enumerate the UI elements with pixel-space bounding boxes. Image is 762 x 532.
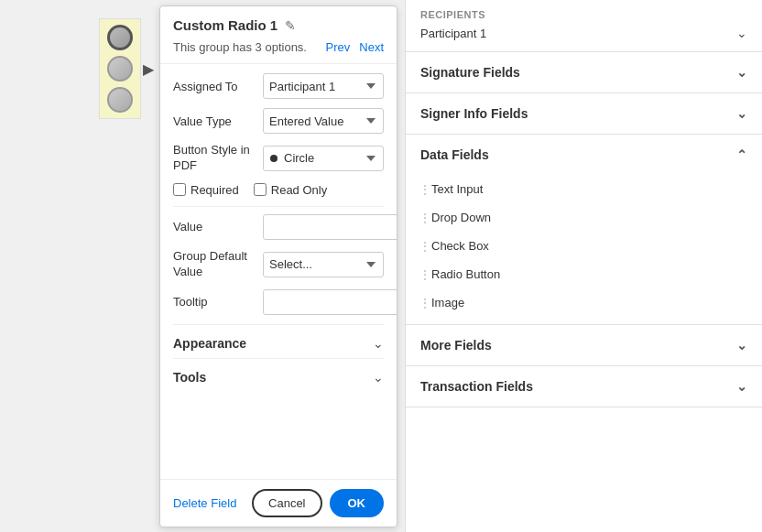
left-panel: ▶ <box>0 0 156 532</box>
group-default-select[interactable]: Select... Option 1 Option 2 <box>263 252 384 277</box>
group-default-label: Group Default Value <box>173 249 256 280</box>
radio-group <box>99 18 141 119</box>
tooltip-row: Tooltip <box>173 289 384 315</box>
value-row: Value 0 <box>173 214 384 240</box>
recipients-label: RECIPIENTS <box>406 0 762 26</box>
data-field-drop-down[interactable]: Drop Down <box>406 203 762 232</box>
value-label: Value <box>173 220 256 233</box>
recipients-section: RECIPIENTS Participant 1 ⌄ <box>406 0 762 52</box>
more-fields-section: More Fields ⌄ <box>406 325 762 366</box>
dialog-footer: Delete Field Cancel OK <box>160 479 397 527</box>
radio-option-2[interactable] <box>107 56 133 81</box>
tools-chevron-icon: ⌄ <box>373 370 384 385</box>
cancel-button[interactable]: Cancel <box>252 489 321 517</box>
value-input[interactable]: 0 <box>263 214 397 240</box>
readonly-label: Read Only <box>271 183 327 197</box>
button-style-row: Button Style in PDF Circle Check Cross <box>173 143 384 174</box>
more-fields-header[interactable]: More Fields ⌄ <box>406 325 762 365</box>
readonly-checkbox-label[interactable]: Read Only <box>254 183 327 197</box>
dialog-subtitle: This group has 3 options. <box>173 40 307 54</box>
next-link[interactable]: Next <box>359 40 384 54</box>
appearance-title: Appearance <box>173 336 246 351</box>
data-fields-list: Text Input Drop Down Check Box Radio But… <box>406 175 762 324</box>
appearance-chevron-icon: ⌄ <box>373 336 384 351</box>
right-sidebar: RECIPIENTS Participant 1 ⌄ Signature Fie… <box>405 0 762 532</box>
recipients-chevron-icon: ⌄ <box>736 26 747 40</box>
radio-option-1[interactable] <box>107 25 133 50</box>
prev-link[interactable]: Prev <box>326 40 351 54</box>
tools-title: Tools <box>173 370 206 385</box>
dialog-title: Custom Radio 1 <box>173 17 278 33</box>
data-fields-label: Data Fields <box>420 147 489 162</box>
signature-fields-chevron-icon: ⌄ <box>736 65 747 80</box>
button-style-label: Button Style in PDF <box>173 143 256 174</box>
tooltip-input[interactable] <box>263 289 397 315</box>
data-fields-chevron-icon: ⌃ <box>736 147 747 162</box>
circle-select-wrapper: Circle Check Cross <box>263 146 384 171</box>
divider-1 <box>173 206 384 207</box>
transaction-fields-section: Transaction Fields ⌄ <box>406 366 762 407</box>
dialog-title-row: Custom Radio 1 ✎ <box>173 17 384 33</box>
signer-info-section: Signer Info Fields ⌄ <box>406 93 762 135</box>
signature-fields-label: Signature Fields <box>420 65 520 80</box>
more-fields-label: More Fields <box>420 338 492 353</box>
tooltip-label: Tooltip <box>173 295 256 309</box>
required-checkbox-label[interactable]: Required <box>173 183 239 197</box>
edit-icon[interactable]: ✎ <box>285 18 296 33</box>
data-field-radio-button[interactable]: Radio Button <box>406 260 762 288</box>
circle-dot-icon <box>270 155 278 162</box>
delete-field-link[interactable]: Delete Field <box>173 496 236 510</box>
required-checkbox[interactable] <box>173 183 186 196</box>
drop-down-label: Drop Down <box>431 211 491 224</box>
dialog-nav: Prev Next <box>326 40 384 54</box>
assigned-to-row: Assigned To Participant 1 Participant 2 <box>173 73 384 99</box>
data-fields-section: Data Fields ⌃ Text Input Drop Down Check… <box>406 135 762 325</box>
button-style-select[interactable]: Circle Check Cross <box>263 146 384 171</box>
appearance-section: Appearance ⌄ <box>173 324 384 358</box>
image-label: Image <box>431 296 464 309</box>
transaction-fields-chevron-icon: ⌄ <box>736 379 747 394</box>
recipients-value: Participant 1 <box>420 27 486 40</box>
data-fields-header[interactable]: Data Fields ⌃ <box>406 135 762 175</box>
transaction-fields-header[interactable]: Transaction Fields ⌄ <box>406 366 762 407</box>
assigned-to-label: Assigned To <box>173 80 256 93</box>
signer-info-chevron-icon: ⌄ <box>736 106 747 121</box>
transaction-fields-label: Transaction Fields <box>420 379 533 394</box>
data-field-check-box[interactable]: Check Box <box>406 232 762 260</box>
signer-info-header[interactable]: Signer Info Fields ⌄ <box>406 93 762 134</box>
value-type-label: Value Type <box>173 114 256 128</box>
ok-button[interactable]: OK <box>330 489 385 517</box>
signature-fields-section: Signature Fields ⌄ <box>406 52 762 93</box>
radio-arrow-icon: ▶ <box>141 56 156 81</box>
more-fields-chevron-icon: ⌄ <box>736 338 747 353</box>
radio-button-label: Radio Button <box>431 267 500 281</box>
tools-section: Tools ⌄ <box>173 358 384 392</box>
dialog-body: Assigned To Participant 1 Participant 2 … <box>160 64 397 479</box>
footer-buttons: Cancel OK <box>252 489 384 517</box>
checkboxes-row: Required Read Only <box>173 183 384 197</box>
custom-radio-dialog: Custom Radio 1 ✎ This group has 3 option… <box>159 5 397 527</box>
data-field-text-input[interactable]: Text Input <box>406 175 762 203</box>
radio-row-1: ▶ <box>99 18 156 119</box>
appearance-header[interactable]: Appearance ⌄ <box>173 336 384 351</box>
value-type-select[interactable]: Entered Value Custom Value <box>263 108 384 134</box>
radio-option-3[interactable] <box>107 87 133 113</box>
dialog-header: Custom Radio 1 ✎ This group has 3 option… <box>160 6 397 64</box>
signature-fields-header[interactable]: Signature Fields ⌄ <box>406 52 762 92</box>
value-type-row: Value Type Entered Value Custom Value <box>173 108 384 134</box>
readonly-checkbox[interactable] <box>254 183 267 196</box>
text-input-label: Text Input <box>431 182 483 196</box>
required-label: Required <box>190 183 239 197</box>
assigned-to-select[interactable]: Participant 1 Participant 2 <box>263 73 384 99</box>
dialog-subtitle-row: This group has 3 options. Prev Next <box>173 40 384 54</box>
check-box-label: Check Box <box>431 239 489 253</box>
data-field-image[interactable]: Image <box>406 288 762 317</box>
tools-header[interactable]: Tools ⌄ <box>173 370 384 385</box>
signer-info-label: Signer Info Fields <box>420 106 528 121</box>
group-default-row: Group Default Value Select... Option 1 O… <box>173 249 384 280</box>
